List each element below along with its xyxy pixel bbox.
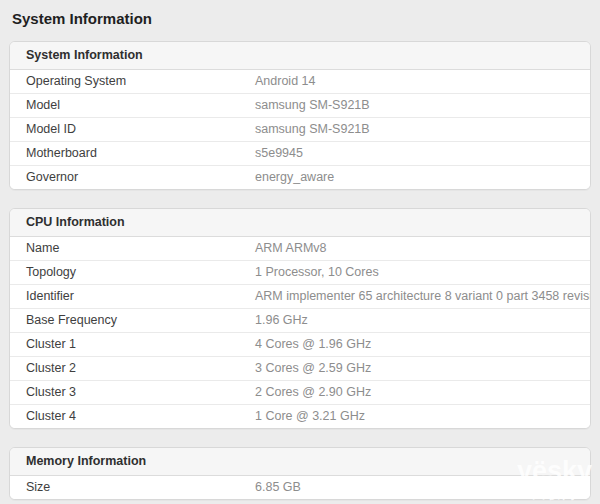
info-table: Name ARM ARMv8 Topology 1 Processor, 10 … (10, 237, 590, 428)
table-row: Base Frequency 1.96 GHz (10, 309, 590, 333)
section-card: Memory Information Size 6.85 GB (9, 447, 591, 500)
row-value: 4 Cores @ 1.96 GHz (255, 333, 590, 356)
section-header: CPU Information (10, 209, 590, 237)
info-table: Size 6.85 GB (10, 476, 590, 499)
row-label: Model (10, 94, 255, 117)
table-row: Governor energy_aware (10, 166, 590, 189)
row-label: Size (10, 476, 255, 499)
page-title: System Information (12, 10, 591, 28)
page: System Information System Information Op… (0, 0, 600, 500)
row-label: Cluster 2 (10, 357, 255, 380)
row-value: 1 Core @ 3.21 GHz (255, 405, 590, 428)
row-label: Base Frequency (10, 309, 255, 332)
row-value: ARM ARMv8 (255, 237, 590, 260)
table-row: Cluster 4 1 Core @ 3.21 GHz (10, 405, 590, 428)
row-label: Motherboard (10, 142, 255, 165)
row-label: Model ID (10, 118, 255, 141)
row-value: s5e9945 (255, 142, 590, 165)
table-row: Model samsung SM-S921B (10, 94, 590, 118)
table-row: Cluster 1 4 Cores @ 1.96 GHz (10, 333, 590, 357)
row-label: Cluster 3 (10, 381, 255, 404)
row-value: Android 14 (255, 70, 590, 93)
table-row: Cluster 3 2 Cores @ 2.90 GHz (10, 381, 590, 405)
table-row: Identifier ARM implementer 65 architectu… (10, 285, 590, 309)
row-value: energy_aware (255, 166, 590, 189)
table-row: Motherboard s5e9945 (10, 142, 590, 166)
row-value: 1.96 GHz (255, 309, 590, 332)
row-label: Operating System (10, 70, 255, 93)
row-value: 2 Cores @ 2.90 GHz (255, 381, 590, 404)
sections: System Information Operating System Andr… (9, 41, 591, 500)
table-row: Topology 1 Processor, 10 Cores (10, 261, 590, 285)
row-label: Name (10, 237, 255, 260)
table-row: Operating System Android 14 (10, 70, 590, 94)
row-value: samsung SM-S921B (255, 118, 590, 141)
section-card: System Information Operating System Andr… (9, 41, 591, 190)
row-value: ARM implementer 65 architecture 8 varian… (255, 285, 591, 308)
row-label: Governor (10, 166, 255, 189)
table-row: Cluster 2 3 Cores @ 2.59 GHz (10, 357, 590, 381)
row-label: Cluster 1 (10, 333, 255, 356)
section-card: CPU Information Name ARM ARMv8 Topology … (9, 208, 591, 429)
info-table: Operating System Android 14 Model samsun… (10, 70, 590, 189)
row-value: 3 Cores @ 2.59 GHz (255, 357, 590, 380)
section-header: Memory Information (10, 448, 590, 476)
row-label: Topology (10, 261, 255, 284)
row-label: Identifier (10, 285, 255, 308)
section-header: System Information (10, 42, 590, 70)
table-row: Size 6.85 GB (10, 476, 590, 499)
section-title: Memory Information (26, 454, 146, 468)
row-label: Cluster 4 (10, 405, 255, 428)
row-value: 1 Processor, 10 Cores (255, 261, 590, 284)
row-value: 6.85 GB (255, 476, 590, 499)
section-title: System Information (26, 48, 143, 62)
table-row: Model ID samsung SM-S921B (10, 118, 590, 142)
section-title: CPU Information (26, 215, 125, 229)
table-row: Name ARM ARMv8 (10, 237, 590, 261)
row-value: samsung SM-S921B (255, 94, 590, 117)
